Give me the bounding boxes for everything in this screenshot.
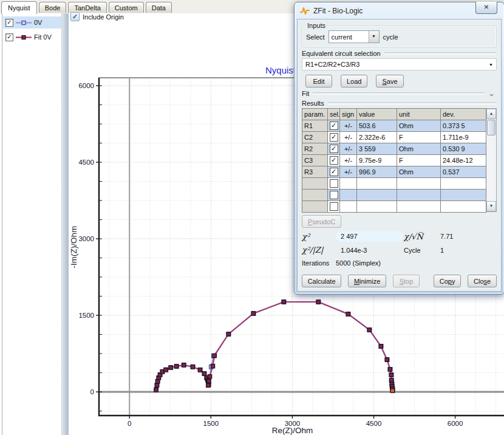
tab-nyquist[interactable]: Nyquist xyxy=(1,1,37,14)
circuit-select-dropdown[interactable]: R1+C2/R2+C3/R3 ▼ xyxy=(302,58,497,70)
sel-cell[interactable]: ✓ xyxy=(328,143,340,155)
tab-bode[interactable]: Bode xyxy=(39,2,67,13)
legend-item-fit-0v[interactable]: ✓Fit 0V xyxy=(3,31,61,43)
value-cell[interactable]: 3 559 xyxy=(357,143,397,155)
value-cell[interactable] xyxy=(357,178,397,190)
param-select-checkbox[interactable]: ✓ xyxy=(330,133,338,142)
data-point-fit-0v xyxy=(169,366,172,369)
include-origin-checkbox[interactable]: ✓ Include Origin xyxy=(70,12,124,21)
save-button[interactable]: Save xyxy=(376,75,403,87)
circuit-select-value: R1+C2/R2+C3/R3 xyxy=(305,61,489,68)
divider xyxy=(384,52,497,55)
chi-sqrt-n-value: 7.71 xyxy=(439,233,497,240)
include-origin-label: Include Origin xyxy=(83,13,124,21)
sel-cell[interactable]: ✓ xyxy=(328,132,340,143)
param-select-checkbox[interactable] xyxy=(330,191,338,199)
series-visibility-checkbox[interactable]: ✓ xyxy=(5,33,13,41)
dev-cell xyxy=(441,178,486,190)
param-select-checkbox[interactable]: ✓ xyxy=(330,168,338,176)
param-select-checkbox[interactable]: ✓ xyxy=(330,122,338,130)
param-cell xyxy=(302,178,328,190)
chi2-z-value: 1.044e-3 xyxy=(336,247,404,254)
param-select-checkbox[interactable] xyxy=(330,202,338,211)
sign-cell xyxy=(340,178,357,190)
data-point-fit-0v xyxy=(198,368,202,372)
sel-cell[interactable]: ✓ xyxy=(328,120,340,132)
x-tick-label: 6000 xyxy=(448,420,463,427)
calculate-button[interactable]: Calculate xyxy=(302,275,341,287)
load-button[interactable]: Load xyxy=(341,75,367,87)
sel-cell[interactable]: ✓ xyxy=(328,166,340,178)
series-marker-icon xyxy=(16,35,32,40)
sel-cell[interactable]: ✓ xyxy=(328,155,340,166)
fit-section-header[interactable]: Fit ⌄ xyxy=(302,90,497,97)
chevron-down-icon[interactable]: ⌄ xyxy=(488,91,495,97)
sign-cell xyxy=(340,201,357,213)
y-axis-label: -Im(Z)/Ohm xyxy=(69,226,78,269)
value-cell[interactable]: 503.6 xyxy=(357,120,397,132)
series-marker-icon xyxy=(16,20,32,26)
param-cell: R3 xyxy=(302,166,328,178)
edit-button[interactable]: Edit xyxy=(305,75,332,87)
scrollbar-thumb[interactable] xyxy=(487,120,495,135)
chi2-z-symbol: χ²/|Z| xyxy=(302,245,336,255)
sel-cell[interactable] xyxy=(328,178,340,190)
sel-cell[interactable] xyxy=(328,190,340,201)
scroll-up-icon[interactable]: ▲ xyxy=(486,109,496,119)
data-point-fit-0v xyxy=(154,388,158,391)
x-axis-label: Re(Z)/Ohm xyxy=(272,426,313,435)
dev-cell: 0.537 xyxy=(441,166,486,178)
value-cell[interactable] xyxy=(357,201,397,213)
data-point-fit-0v xyxy=(182,363,185,367)
cycle-select-dropdown[interactable]: current ▼ xyxy=(329,30,380,43)
data-point-fit-0v xyxy=(155,383,158,387)
minimize-button[interactable]: Minimize xyxy=(348,275,386,287)
x-tick-label: 4500 xyxy=(366,420,382,427)
value-cell[interactable]: 9.75e-9 xyxy=(357,155,397,166)
data-point-fit-0v xyxy=(379,344,383,348)
chart-title: Nyquist xyxy=(265,65,296,75)
series-visibility-checkbox[interactable]: ✓ xyxy=(5,19,13,27)
value-cell[interactable]: 2.322e-6 xyxy=(357,132,397,143)
param-select-checkbox[interactable]: ✓ xyxy=(330,156,338,165)
y-tick-label: 0 xyxy=(90,388,94,396)
y-tick-label: 6000 xyxy=(78,82,94,89)
x-tick-label: 0 xyxy=(128,420,131,427)
tab-tandelta[interactable]: TanDelta xyxy=(68,2,106,13)
param-select-checkbox[interactable] xyxy=(330,179,338,188)
tab-custom[interactable]: Custom xyxy=(109,2,144,13)
results-table-wrap: param.sel.signvalueunitdev.R1✓+/-503.6Oh… xyxy=(302,108,497,213)
value-cell[interactable]: 996.9 xyxy=(357,166,397,178)
results-table-scrollbar[interactable]: ▲ ▼ xyxy=(486,108,497,212)
dialog-title-bar[interactable]: ZFit - Bio-Logic xyxy=(295,2,504,19)
series-label: 0V xyxy=(34,19,42,26)
data-point-fit-0v xyxy=(191,365,194,369)
stop-button[interactable]: Stop xyxy=(393,275,420,287)
series-label: Fit 0V xyxy=(34,33,52,41)
scrollbar-track[interactable] xyxy=(486,136,496,201)
y-tick-label: 4500 xyxy=(78,159,94,166)
param-select-checkbox[interactable]: ✓ xyxy=(330,145,338,153)
zfit-waveform-icon xyxy=(300,7,310,15)
scroll-down-icon[interactable]: ▼ xyxy=(486,201,496,211)
x-tick-label: 1500 xyxy=(203,420,219,427)
copy-button[interactable]: Copy xyxy=(434,275,461,287)
value-cell[interactable] xyxy=(357,190,397,201)
unit-cell: F xyxy=(397,132,441,143)
fit-statistics: χ² 2 497 χ/√N̅ 7.71 χ²/|Z| 1.044e-3 Cycl… xyxy=(302,231,497,255)
pseudoc-button[interactable]: PseudoC xyxy=(302,215,341,228)
series-legend-panel: ✓0V✓Fit 0V xyxy=(3,14,61,435)
data-point-fit-0v xyxy=(385,358,389,361)
tab-data[interactable]: Data xyxy=(146,2,172,13)
unit-cell xyxy=(397,178,441,190)
param-cell xyxy=(302,201,328,213)
legend-item-0v[interactable]: ✓0V xyxy=(3,16,61,29)
sign-cell xyxy=(340,190,357,201)
sel-cell[interactable] xyxy=(328,201,340,213)
close-icon[interactable]: ✕ xyxy=(475,2,497,14)
close-button[interactable]: Close xyxy=(468,275,497,287)
data-point-fit-0v xyxy=(251,312,255,315)
param-cell xyxy=(302,190,328,201)
column-header-sign: sign xyxy=(340,109,357,120)
inputs-group-label: Inputs xyxy=(306,22,327,29)
